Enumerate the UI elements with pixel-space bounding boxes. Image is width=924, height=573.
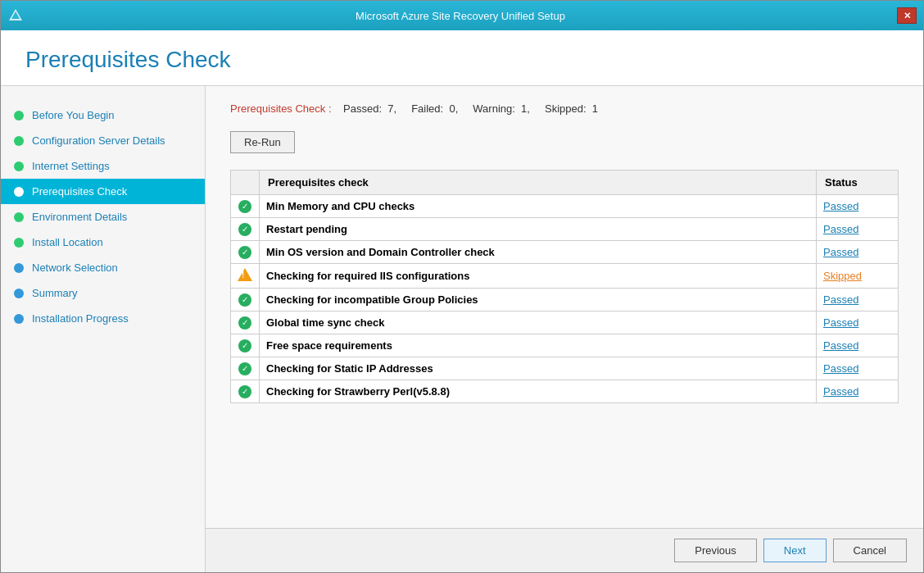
sidebar-label-install-location: Install Location [32,236,103,248]
status-link-2[interactable]: Passed [823,246,858,258]
table-check-header: Prerequisites check [260,171,817,195]
status-link-8[interactable]: Passed [823,385,858,398]
check-icon: ✓ [238,293,251,307]
main-content: Prerequisites Check : Passed: 7, Failed:… [206,86,923,572]
warning-value: 1, [521,102,530,115]
row-status-4[interactable]: Passed [817,289,899,312]
failed-value: 0, [449,102,458,115]
cancel-button[interactable]: Cancel [833,539,907,562]
sidebar-item-internet-settings[interactable]: Internet Settings [1,153,205,179]
row-check-8: Checking for Strawberry Perl(v5.8.8) [260,380,817,403]
row-status-8[interactable]: Passed [817,380,899,403]
row-check-7: Checking for Static IP Addresses [260,357,817,380]
row-icon-1: ✓ [231,218,260,241]
sidebar: Before You BeginConfiguration Server Det… [1,86,206,572]
sidebar-item-summary[interactable]: Summary [1,280,205,306]
check-icon: ✓ [238,200,251,213]
sidebar-dot-installation-progress [14,314,24,324]
row-icon-2: ✓ [231,241,260,264]
row-status-6[interactable]: Passed [817,334,899,357]
summary-line: Prerequisites Check : Passed: 7, Failed:… [230,102,899,115]
table-row: ✓Checking for incompatible Group Policie… [231,289,899,312]
row-status-0[interactable]: Passed [817,195,899,218]
passed-label: Passed: [343,102,382,115]
row-icon-0: ✓ [231,195,260,218]
table-row: ✓Checking for Strawberry Perl(v5.8.8)Pas… [231,380,899,403]
row-status-3[interactable]: Skipped [817,264,899,289]
table-icon-header [231,171,260,195]
next-button[interactable]: Next [763,539,827,562]
check-icon: ✓ [238,223,251,236]
close-button[interactable]: ✕ [897,7,917,24]
sidebar-label-internet-settings: Internet Settings [32,160,110,172]
row-status-5[interactable]: Passed [817,312,899,334]
row-status-7[interactable]: Passed [817,357,899,380]
footer-bar: Previous Next Cancel [206,528,923,572]
row-icon-6: ✓ [231,334,260,357]
check-icon: ✓ [238,339,251,352]
row-icon-5: ✓ [231,312,260,334]
sidebar-dot-internet-settings [14,161,24,171]
sidebar-item-prerequisites-check[interactable]: Prerequisites Check [1,179,205,204]
status-link-0[interactable]: Passed [823,200,858,212]
page-title: Prerequisites Check [25,47,899,73]
status-link-1[interactable]: Passed [823,223,858,235]
sidebar-item-network-selection[interactable]: Network Selection [1,255,205,280]
table-row: ✓Global time sync checkPassed [231,312,899,334]
row-check-0: Min Memory and CPU checks [260,195,817,218]
row-check-1: Restart pending [260,218,817,241]
sidebar-item-environment-details[interactable]: Environment Details [1,204,205,230]
row-check-2: Min OS version and Domain Controller che… [260,241,817,264]
passed-value: 7, [387,102,396,115]
main-body: Prerequisites Check : Passed: 7, Failed:… [206,86,923,528]
sidebar-dot-network-selection [14,263,24,273]
status-link-6[interactable]: Passed [823,339,858,352]
row-status-2[interactable]: Passed [817,241,899,264]
sidebar-item-install-location[interactable]: Install Location [1,230,205,255]
row-check-6: Free space requirements [260,334,817,357]
check-icon: ✓ [238,246,251,259]
window-title: Microsoft Azure Site Recovery Unified Se… [24,10,897,22]
check-icon: ✓ [238,385,251,398]
table-row: ✓Checking for Static IP AddressesPassed [231,357,899,380]
content-area: Before You BeginConfiguration Server Det… [1,86,923,572]
sidebar-label-configuration-server-details: Configuration Server Details [32,134,165,147]
row-icon-3 [231,264,260,289]
sidebar-label-environment-details: Environment Details [32,211,127,223]
sidebar-label-before-you-begin: Before You Begin [32,109,114,121]
row-check-4: Checking for incompatible Group Policies [260,289,817,312]
row-check-5: Global time sync check [260,312,817,334]
sidebar-dot-environment-details [14,212,24,222]
status-link-5[interactable]: Passed [823,316,858,329]
status-link-7[interactable]: Passed [823,362,858,375]
sidebar-item-configuration-server-details[interactable]: Configuration Server Details [1,128,205,153]
sidebar-dot-configuration-server-details [14,136,24,146]
prerequisites-table: Prerequisites check Status ✓Min Memory a… [230,170,899,403]
skipped-label: Skipped: [545,102,587,115]
sidebar-item-before-you-begin[interactable]: Before You Begin [1,102,205,128]
warning-label: Warning: [473,102,515,115]
table-row: Checking for required IIS configurations… [231,264,899,289]
sidebar-label-prerequisites-check: Prerequisites Check [32,185,127,198]
title-bar: Microsoft Azure Site Recovery Unified Se… [1,1,923,30]
sidebar-label-summary: Summary [32,287,78,299]
status-link-4[interactable]: Passed [823,293,858,306]
sidebar-dot-prerequisites-check [14,187,24,197]
previous-button[interactable]: Previous [674,539,757,562]
row-status-1[interactable]: Passed [817,218,899,241]
warning-icon [238,268,252,281]
status-link-3[interactable]: Skipped [823,270,862,282]
sidebar-item-installation-progress[interactable]: Installation Progress [1,306,205,331]
summary-prefix: Prerequisites Check : [230,102,332,115]
sidebar-dot-install-location [14,238,24,248]
page-header: Prerequisites Check [1,30,923,86]
sidebar-dot-summary [14,289,24,298]
skipped-value: 1 [592,102,598,115]
main-window: Microsoft Azure Site Recovery Unified Se… [0,0,924,573]
table-row: ✓Free space requirementsPassed [231,334,899,357]
table-row: ✓Min Memory and CPU checksPassed [231,195,899,218]
rerun-button[interactable]: Re-Run [230,131,295,153]
row-icon-7: ✓ [231,357,260,380]
failed-label: Failed: [411,102,443,115]
sidebar-label-installation-progress: Installation Progress [32,312,129,325]
